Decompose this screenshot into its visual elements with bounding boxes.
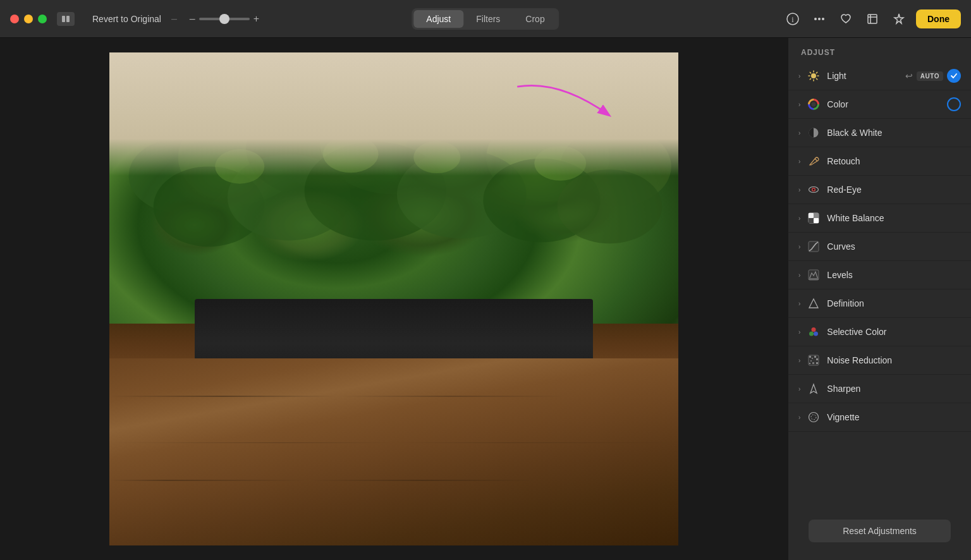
adjust-item-selective-color[interactable]: › Selective Color	[788, 318, 971, 346]
adjust-item-redeye[interactable]: › Red-Eye	[788, 176, 971, 204]
adjust-item-light[interactable]: › Light ↩	[788, 62, 971, 90]
svg-line-31	[810, 72, 811, 73]
retouch-label: Retouch	[827, 156, 961, 166]
vignette-icon	[807, 410, 821, 424]
svg-point-54	[814, 332, 818, 336]
tab-adjust[interactable]: Adjust	[413, 10, 463, 28]
redeye-icon	[807, 183, 821, 197]
svg-point-65	[809, 413, 819, 422]
svg-line-33	[817, 72, 817, 73]
svg-rect-43	[809, 213, 814, 218]
revert-button[interactable]: Revert to Original	[85, 10, 169, 28]
definition-label: Definition	[827, 298, 961, 308]
background-wall	[109, 52, 678, 176]
color-label: Color	[827, 99, 947, 109]
info-button[interactable]: i	[783, 9, 802, 28]
expand-button[interactable]	[863, 9, 882, 28]
color-icon	[807, 97, 821, 111]
svg-rect-46	[814, 218, 819, 223]
wood-table	[109, 358, 678, 545]
svg-point-5	[818, 18, 821, 20]
window-controls	[57, 12, 75, 26]
tab-group: Adjust Filters Crop	[412, 8, 559, 30]
brightness-slider[interactable]: – +	[190, 13, 259, 25]
noise-icon	[807, 353, 821, 367]
light-reset-icon[interactable]: ↩	[905, 71, 913, 81]
svg-rect-45	[809, 218, 814, 223]
adjust-item-noise[interactable]: › Noise Reduction	[788, 346, 971, 375]
curves-label: Curves	[827, 241, 961, 252]
chevron-icon: ›	[798, 414, 800, 421]
svg-point-66	[811, 415, 816, 420]
svg-rect-44	[814, 213, 819, 218]
svg-point-53	[809, 332, 814, 336]
selective-color-label: Selective Color	[827, 327, 961, 337]
slider-plus-icon[interactable]: +	[253, 13, 259, 25]
slider-thumb[interactable]	[219, 14, 229, 24]
adjust-item-definition[interactable]: › Definition	[788, 289, 971, 318]
light-auto-badge[interactable]: AUTO	[917, 71, 943, 81]
bw-icon	[807, 126, 821, 140]
light-icon	[807, 69, 821, 83]
slider-track[interactable]	[199, 18, 250, 20]
adjust-item-retouch[interactable]: › Retouch	[788, 147, 971, 176]
svg-rect-57	[812, 358, 813, 359]
more-button[interactable]	[810, 9, 829, 28]
light-badges: ↩ AUTO	[905, 69, 961, 83]
adjust-item-curves[interactable]: › Curves	[788, 233, 971, 261]
svg-rect-62	[809, 363, 810, 364]
tab-crop[interactable]: Crop	[513, 10, 557, 28]
adjust-item-bw[interactable]: › Black & White	[788, 119, 971, 147]
slider-minus-icon[interactable]: –	[190, 13, 195, 25]
bw-label: Black & White	[827, 128, 961, 138]
chevron-icon: ›	[798, 130, 800, 137]
chevron-icon: ›	[798, 329, 800, 336]
adjust-item-vignette[interactable]: › Vignette	[788, 403, 971, 432]
chevron-icon: ›	[798, 186, 800, 193]
light-check-badge[interactable]	[947, 69, 961, 83]
svg-rect-63	[816, 362, 818, 364]
image-area	[0, 38, 788, 560]
curves-icon	[807, 240, 821, 253]
svg-text:i: i	[791, 15, 794, 24]
light-label: Light	[827, 71, 905, 81]
magic-button[interactable]	[889, 9, 908, 28]
adjust-item-wb[interactable]: › White Balance	[788, 204, 971, 233]
svg-point-26	[811, 73, 816, 78]
svg-rect-7	[868, 15, 877, 23]
fullscreen-button[interactable]	[38, 15, 47, 23]
tab-filters[interactable]: Filters	[463, 10, 513, 28]
svg-rect-50	[809, 278, 818, 279]
color-circle-badge[interactable]	[947, 97, 961, 111]
main-content: ADJUST ›	[0, 38, 971, 560]
redeye-label: Red-Eye	[827, 185, 961, 195]
done-button[interactable]: Done	[916, 9, 961, 28]
heart-button[interactable]	[836, 9, 855, 28]
retouch-icon	[807, 154, 821, 168]
svg-point-6	[822, 18, 824, 20]
sharpen-label: Sharpen	[827, 384, 961, 394]
photo-display	[109, 52, 678, 545]
chevron-icon: ›	[798, 101, 800, 108]
svg-rect-60	[816, 358, 818, 360]
chevron-icon: ›	[798, 386, 800, 393]
minimize-button[interactable]	[24, 15, 33, 23]
svg-rect-58	[814, 356, 816, 358]
selective-color-icon	[807, 325, 821, 339]
chevron-icon: ›	[798, 300, 800, 307]
svg-rect-1	[66, 16, 70, 22]
chevron-icon: ›	[798, 73, 800, 80]
chevron-icon: ›	[798, 272, 800, 279]
svg-point-36	[812, 102, 816, 107]
reset-area: Reset Adjustments	[788, 507, 971, 560]
adjust-item-levels[interactable]: › Levels	[788, 261, 971, 289]
adjust-item-color[interactable]: › Color	[788, 90, 971, 119]
chevron-icon: ›	[798, 215, 800, 222]
view-toggle-button[interactable]	[57, 12, 75, 26]
reset-adjustments-button[interactable]: Reset Adjustments	[809, 520, 951, 542]
adjust-item-sharpen[interactable]: › Sharpen	[788, 375, 971, 403]
levels-icon	[807, 268, 821, 282]
svg-rect-59	[810, 360, 812, 362]
close-button[interactable]	[10, 15, 19, 23]
svg-point-52	[812, 327, 816, 332]
